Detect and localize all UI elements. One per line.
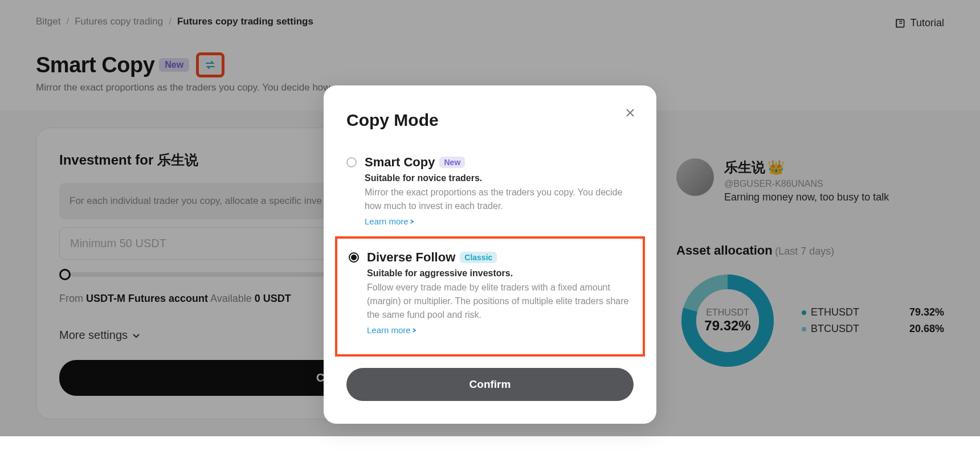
swap-mode-button[interactable]	[196, 52, 224, 77]
legend-item: ETHUSDT 79.32%	[802, 306, 944, 318]
new-badge: New	[439, 157, 465, 168]
book-icon	[895, 18, 906, 29]
diverse-follow-subtitle: Suitable for aggressive investors.	[367, 268, 637, 279]
modal-title: Copy Mode	[346, 110, 634, 130]
copy-mode-modal: Copy Mode Smart Copy New Suitable for no…	[324, 85, 656, 424]
trader-bio: Earning money now, too busy to talk	[724, 191, 889, 203]
donut-chart: ETHUSDT 79.32%	[676, 269, 779, 372]
breadcrumb-futures-copy-trading[interactable]: Futures copy trading	[75, 16, 163, 27]
smart-copy-description: Mirror the exact proportions as the trad…	[365, 186, 634, 213]
confirm-button[interactable]: Confirm	[346, 368, 634, 401]
learn-more-link[interactable]: Learn more	[367, 325, 637, 335]
breadcrumb: Bitget / Futures copy trading / Futures …	[0, 0, 980, 34]
diverse-follow-description: Follow every trade made by elite traders…	[367, 281, 637, 322]
chevron-right-icon	[410, 219, 414, 224]
chevron-down-icon	[132, 333, 140, 338]
tutorial-link[interactable]: Tutorial	[895, 17, 944, 29]
asset-allocation-subtitle: (Last 7 days)	[775, 245, 834, 257]
swap-icon	[205, 61, 215, 69]
mode-option-smart-copy[interactable]: Smart Copy New Suitable for novice trade…	[346, 147, 634, 236]
close-button[interactable]	[624, 106, 636, 122]
mode-option-diverse-follow[interactable]: Diverse Follow Classic Suitable for aggr…	[343, 242, 637, 345]
radio-diverse-follow[interactable]	[349, 252, 359, 263]
learn-more-link[interactable]: Learn more	[365, 216, 634, 226]
classic-badge: Classic	[460, 252, 497, 263]
avatar[interactable]	[676, 158, 714, 196]
asset-allocation-title: Asset allocation	[676, 243, 773, 257]
diverse-follow-name: Diverse Follow	[367, 250, 455, 265]
new-badge: New	[159, 58, 189, 72]
trader-name: 乐生说 👑	[724, 158, 889, 177]
legend-dot-icon	[802, 310, 806, 315]
slider-knob[interactable]	[59, 269, 71, 280]
more-settings-label: More settings	[59, 329, 128, 342]
radio-smart-copy[interactable]	[346, 157, 357, 167]
breadcrumb-sep: /	[169, 16, 172, 27]
chevron-right-icon	[412, 327, 416, 333]
crown-icon: 👑	[767, 159, 785, 175]
legend: ETHUSDT 79.32% BTCUSDT 20.68%	[802, 302, 944, 339]
breadcrumb-bitget[interactable]: Bitget	[36, 16, 60, 27]
donut-center-value: 79.32%	[704, 318, 750, 334]
legend-dot-icon	[802, 327, 806, 331]
breadcrumb-sep: /	[66, 16, 69, 27]
smart-copy-subtitle: Suitable for novice traders.	[365, 173, 634, 183]
donut-center-name: ETHUSDT	[706, 308, 749, 318]
smart-copy-name: Smart Copy	[365, 155, 435, 170]
tutorial-label: Tutorial	[910, 17, 944, 29]
legend-item: BTCUSDT 20.68%	[802, 323, 944, 335]
breadcrumb-settings: Futures copy trading settings	[177, 16, 313, 27]
close-icon	[624, 107, 636, 118]
page-title: Smart Copy	[36, 53, 154, 77]
trader-handle: @BGUSER-K86UNANS	[724, 179, 889, 189]
